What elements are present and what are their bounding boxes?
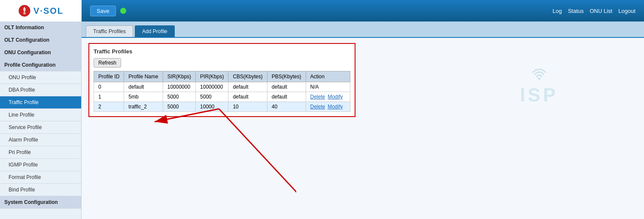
modify-link[interactable]: Modify — [328, 104, 343, 110]
table-cell: default — [228, 82, 267, 92]
profiles-box-title: Traffic Profiles — [94, 48, 350, 55]
save-button[interactable]: Save — [90, 6, 116, 16]
action-cell: DeleteModify — [306, 92, 350, 102]
table-cell: 2 — [94, 102, 124, 112]
logo-text: V·SOL — [33, 6, 64, 16]
nav-status[interactable]: Status — [568, 8, 584, 14]
table-cell: default — [267, 92, 306, 102]
content-area: Traffic Profiles Refresh Profile ID Prof… — [82, 38, 644, 122]
table-cell: 5mb — [124, 92, 163, 102]
nav-onu-list[interactable]: ONU List — [590, 8, 613, 14]
table-cell: 5000 — [196, 92, 228, 102]
action-cell: DeleteModify — [306, 102, 350, 112]
refresh-button[interactable]: Refresh — [94, 58, 121, 68]
col-header-cbs: CBS(Kbytes) — [228, 71, 267, 82]
logo-area: V·SOL — [0, 0, 82, 22]
table-cell: 5000 — [163, 92, 195, 102]
svg-point-1 — [23, 12, 26, 15]
col-header-pbs: PBS(Kbytes) — [267, 71, 306, 82]
table-cell: 10000000 — [163, 82, 195, 92]
delete-link[interactable]: Delete — [310, 94, 325, 100]
tab-traffic-profiles[interactable]: Traffic Profiles — [86, 25, 133, 37]
nav-links: Log Status ONU List Logout — [553, 8, 635, 14]
top-bar: V·SOL Save Log Status ONU List Logout — [0, 0, 644, 22]
table-cell: 1 — [94, 92, 124, 102]
modify-link[interactable]: Modify — [328, 94, 343, 100]
sidebar-item-service-profile[interactable]: Service Profile — [0, 121, 81, 134]
sidebar-item-olt-information[interactable]: OLT Information — [0, 22, 81, 34]
sidebar-item-traffic-profile[interactable]: Traffic Profile — [0, 96, 81, 109]
table-cell: 0 — [94, 82, 124, 92]
table-cell: 5000 — [163, 102, 195, 112]
traffic-profiles-box: Traffic Profiles Refresh Profile ID Prof… — [88, 43, 355, 117]
main-content: Traffic Profiles Add Profile Traffic Pro… — [82, 22, 644, 219]
table-cell: 10000000 — [196, 82, 228, 92]
table-cell: default — [267, 82, 306, 92]
sidebar-item-bind-profile[interactable]: Bind Profile — [0, 184, 81, 196]
sidebar-item-igmp-profile[interactable]: IGMP Profile — [0, 159, 81, 171]
col-header-pir: PIR(Kbps) — [196, 71, 228, 82]
sidebar-item-line-profile[interactable]: Line Profile — [0, 109, 81, 121]
tabs-bar: Traffic Profiles Add Profile — [82, 22, 644, 38]
nav-log[interactable]: Log — [553, 8, 562, 14]
action-cell: N/A — [306, 82, 350, 92]
table-row: 0default1000000010000000defaultdefaultN/… — [94, 82, 350, 92]
top-bar-right: Save Log Status ONU List Logout — [82, 6, 644, 16]
table-header-row: Profile ID Profile Name SIR(Kbps) PIR(Kb… — [94, 71, 350, 82]
sidebar-item-dba-profile[interactable]: DBA Profile — [0, 84, 81, 96]
logo-icon — [18, 4, 31, 17]
table-cell: 40 — [267, 102, 306, 112]
sidebar-item-onu-profile[interactable]: ONU Profile — [0, 71, 81, 84]
delete-link[interactable]: Delete — [310, 104, 325, 110]
table-row: 2traffic_25000100001040DeleteModify — [94, 102, 350, 112]
nav-logout[interactable]: Logout — [618, 8, 635, 14]
table-cell: default — [228, 92, 267, 102]
sidebar-item-system-configuration[interactable]: System Configuration — [0, 196, 81, 209]
table-cell: default — [124, 82, 163, 92]
save-area: Save — [90, 6, 126, 16]
status-indicator — [120, 8, 126, 14]
table-cell: traffic_2 — [124, 102, 163, 112]
col-header-profile-id: Profile ID — [94, 71, 124, 82]
sidebar-item-format-profile[interactable]: Format Profile — [0, 171, 81, 184]
col-header-profile-name: Profile Name — [124, 71, 163, 82]
table-row: 15mb50005000defaultdefaultDeleteModify — [94, 92, 350, 102]
tab-add-profile[interactable]: Add Profile — [135, 25, 175, 37]
sidebar-item-pri-profile[interactable]: Pri Profile — [0, 146, 81, 159]
sidebar: OLT Information OLT Configuration ONU Co… — [0, 22, 82, 219]
svg-line-5 — [219, 109, 296, 206]
col-header-action: Action — [306, 71, 350, 82]
sidebar-item-profile-configuration[interactable]: Profile Configuration — [0, 59, 81, 71]
col-header-sir: SIR(Kbps) — [163, 71, 195, 82]
main-layout: OLT Information OLT Configuration ONU Co… — [0, 22, 644, 219]
table-cell: 10 — [228, 102, 267, 112]
sidebar-item-alarm-profile[interactable]: Alarm Profile — [0, 134, 81, 146]
sidebar-item-olt-configuration[interactable]: OLT Configuration — [0, 34, 81, 46]
table-cell: 10000 — [196, 102, 228, 112]
sidebar-item-onu-configuration[interactable]: ONU Configuration — [0, 46, 81, 59]
traffic-profiles-table: Profile ID Profile Name SIR(Kbps) PIR(Kb… — [94, 71, 350, 112]
